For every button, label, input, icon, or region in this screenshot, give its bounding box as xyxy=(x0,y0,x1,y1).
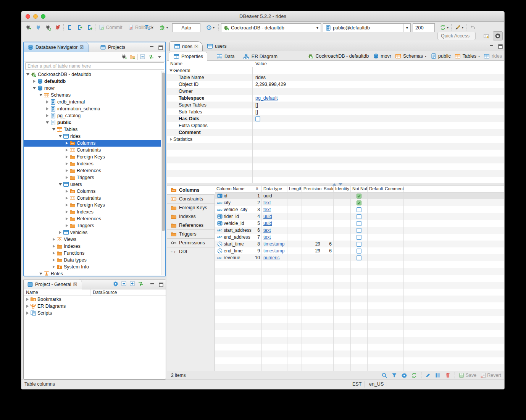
subtab-er-diagram[interactable]: ER Diagram xyxy=(239,52,281,61)
tree-item-references[interactable]: References xyxy=(24,215,161,222)
data-type-link[interactable]: text xyxy=(263,200,271,205)
col-header-default[interactable]: Default xyxy=(368,186,383,192)
refresh-icon[interactable] xyxy=(411,372,418,378)
detail-tab-constraints[interactable]: Constraints xyxy=(167,195,215,204)
tree-item-schemas[interactable]: Schemas xyxy=(24,92,161,99)
undo-button[interactable] xyxy=(468,23,477,32)
expand-all-icon[interactable] xyxy=(129,280,136,287)
collapsed-arrow-icon[interactable] xyxy=(52,245,56,248)
collapsed-arrow-icon[interactable] xyxy=(45,100,50,103)
project-col-datasource[interactable]: DataSource xyxy=(90,289,138,296)
detail-tab-columns[interactable]: Columns xyxy=(167,186,215,195)
data-type-link[interactable]: text xyxy=(263,207,271,212)
fetch-size-input[interactable] xyxy=(413,23,435,32)
detail-tab-permissions[interactable]: Permissions xyxy=(167,239,215,247)
checkbox-checked-icon[interactable] xyxy=(357,194,361,199)
tree-item-crdb-internal[interactable]: crdb_internal xyxy=(24,99,161,105)
sash-up-icon[interactable] xyxy=(332,183,336,186)
editor-tab-users[interactable]: users xyxy=(203,41,231,51)
breadcrumb-rides[interactable]: rides xyxy=(484,53,502,59)
collapsed-arrow-icon[interactable] xyxy=(169,138,173,141)
collapsed-arrow-icon[interactable] xyxy=(65,204,69,207)
tab-database-navigator[interactable]: Database Navigator ☒ xyxy=(24,42,89,52)
revert-button[interactable]: Revert xyxy=(480,372,501,378)
property-row-object-id[interactable]: Object ID2,293,998,429 xyxy=(167,81,505,88)
column-row-id[interactable]: id1uuid xyxy=(215,192,505,199)
collapsed-arrow-icon[interactable] xyxy=(65,190,69,193)
detail-tab-triggers[interactable]: Triggers xyxy=(167,230,215,239)
breadcrumb-cockroachdb-defaultdb[interactable]: CockroachDB - defaultdb xyxy=(308,53,369,59)
tree-item-references[interactable]: References xyxy=(24,167,161,174)
tree-item-public[interactable]: public xyxy=(24,119,161,126)
props-col-name[interactable]: Name xyxy=(167,61,252,67)
checkbox-checked-icon[interactable] xyxy=(357,200,361,205)
expanded-arrow-icon[interactable] xyxy=(39,273,43,275)
tree-item-data-types[interactable]: Data types xyxy=(24,257,161,263)
table-filter-input[interactable] xyxy=(25,62,164,70)
data-type-link[interactable]: numeric xyxy=(263,255,280,260)
debug-button[interactable]: ▼ xyxy=(158,23,170,32)
collapsed-arrow-icon[interactable] xyxy=(45,114,50,117)
connect-icon[interactable] xyxy=(121,53,127,60)
detail-tab-ddl[interactable]: ‹›TDDL xyxy=(167,247,215,256)
column-row-city[interactable]: ABCcity2text xyxy=(215,199,505,206)
search-icon[interactable] xyxy=(381,372,388,378)
format-button[interactable]: ▼ xyxy=(453,23,465,32)
tree-item-roles[interactable]: Roles xyxy=(24,270,161,276)
disconnect-button[interactable] xyxy=(53,23,63,32)
col-header-length[interactable]: Length xyxy=(287,186,302,192)
column-row-end_time[interactable]: end_time9timestamp296 xyxy=(215,247,505,254)
data-type-link[interactable]: timestamp xyxy=(263,248,284,254)
open-perspective-button[interactable] xyxy=(481,31,491,40)
breadcrumb-public[interactable]: public xyxy=(430,53,451,59)
property-row-super-tables[interactable]: Super Tables[] xyxy=(167,102,505,108)
tree-item-defaultdb[interactable]: defaultdb xyxy=(24,78,161,85)
expanded-arrow-icon[interactable] xyxy=(169,69,173,72)
commit-button[interactable]: Commit xyxy=(97,23,124,32)
collapsed-arrow-icon[interactable] xyxy=(65,155,69,158)
data-type-link[interactable]: uuid xyxy=(263,214,272,219)
reconnect-button[interactable] xyxy=(44,23,53,32)
checkbox-unchecked-icon[interactable] xyxy=(357,255,361,260)
col-header-identity[interactable]: Identity xyxy=(334,186,351,192)
expanded-arrow-icon[interactable] xyxy=(58,183,63,186)
schema-combo[interactable]: public@defaultdb ▼ xyxy=(323,23,411,32)
tree-item-cockroachdb-defaultdb[interactable]: CockroachDB - defaultdb xyxy=(24,71,161,78)
project-item-er-diagrams[interactable]: ER Diagrams xyxy=(24,303,166,310)
tree-item-triggers[interactable]: Triggers xyxy=(24,174,161,181)
transaction-log-button[interactable]: ▼ xyxy=(204,23,217,32)
tree-item-constraints[interactable]: Constraints xyxy=(24,195,161,202)
checkbox-unchecked-icon[interactable] xyxy=(255,116,260,121)
link-with-editor-icon[interactable] xyxy=(137,280,144,287)
project-item-bookmarks[interactable]: Bookmarks xyxy=(24,296,166,303)
data-type-link[interactable]: text xyxy=(263,234,271,240)
add-folder-icon[interactable] xyxy=(129,53,136,60)
maximize-view-icon[interactable] xyxy=(158,282,164,288)
delete-icon[interactable] xyxy=(445,372,451,378)
tree-item-indexes[interactable]: Indexes xyxy=(24,160,161,167)
props-col-value[interactable]: Value xyxy=(252,61,270,67)
tree-item-tables[interactable]: Tables xyxy=(24,126,161,133)
property-row-has-oids[interactable]: Has Oids xyxy=(167,115,505,122)
open-sql-script-button[interactable] xyxy=(75,23,84,32)
column-row-revenue[interactable]: 123revenue10numeric xyxy=(215,254,505,261)
detail-tab-indexes[interactable]: Indexes xyxy=(167,212,215,221)
collapsed-arrow-icon[interactable] xyxy=(65,197,69,200)
collapsed-arrow-icon[interactable] xyxy=(65,169,69,172)
column-row-vehicle_id[interactable]: vehicle_id5uuid xyxy=(215,220,505,227)
filter-icon[interactable] xyxy=(391,372,398,378)
checkbox-unchecked-icon[interactable] xyxy=(357,242,361,247)
collapsed-arrow-icon[interactable] xyxy=(52,258,56,262)
gear-icon[interactable] xyxy=(401,372,408,378)
data-type-link[interactable]: timestamp xyxy=(263,241,284,247)
transaction-mode-button[interactable]: ▼ xyxy=(143,23,155,32)
collapsed-arrow-icon[interactable] xyxy=(45,107,50,110)
connection-combo[interactable]: CockroachDB - defaultdb ▼ xyxy=(221,23,321,32)
tree-item-rides[interactable]: rides xyxy=(24,133,161,140)
collapsed-arrow-icon[interactable] xyxy=(65,224,69,227)
collapsed-arrow-icon[interactable] xyxy=(65,176,69,179)
property-row-sub-tables[interactable]: Sub Tables[] xyxy=(167,108,505,115)
data-type-link[interactable]: text xyxy=(263,228,271,233)
subtab-data[interactable]: Data xyxy=(212,52,238,61)
gear-icon[interactable] xyxy=(112,280,119,287)
